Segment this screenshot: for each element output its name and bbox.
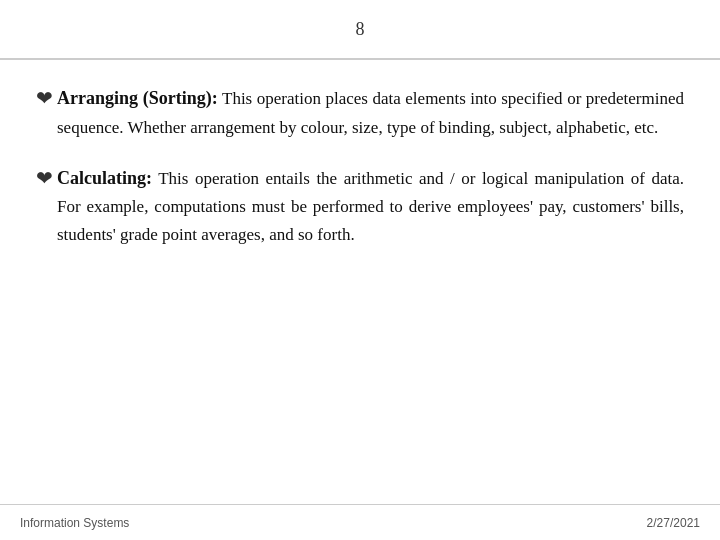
slide: 8 ❤ Arranging (Sorting): This operation … <box>0 0 720 540</box>
term-arranging: Arranging (Sorting): <box>57 88 218 108</box>
term-calculating: Calculating: <box>57 168 152 188</box>
slide-content: ❤ Arranging (Sorting): This operation pl… <box>0 60 720 504</box>
bullet-item-calculating: ❤ Calculating: This operation entails th… <box>36 164 684 250</box>
bullet-item-arranging: ❤ Arranging (Sorting): This operation pl… <box>36 84 684 142</box>
body-calculating: This operation entails the arithmetic an… <box>57 169 684 245</box>
footer-right: 2/27/2021 <box>647 516 700 530</box>
slide-number: 8 <box>356 19 365 40</box>
bullet-text-calculating: Calculating: This operation entails the … <box>57 164 684 250</box>
footer-left: Information Systems <box>20 516 129 530</box>
bullet-icon-calculating: ❤ <box>36 166 53 190</box>
slide-header: 8 <box>0 0 720 60</box>
slide-footer: Information Systems 2/27/2021 <box>0 504 720 540</box>
bullet-text-arranging: Arranging (Sorting): This operation plac… <box>57 84 684 142</box>
bullet-icon-arranging: ❤ <box>36 86 53 110</box>
